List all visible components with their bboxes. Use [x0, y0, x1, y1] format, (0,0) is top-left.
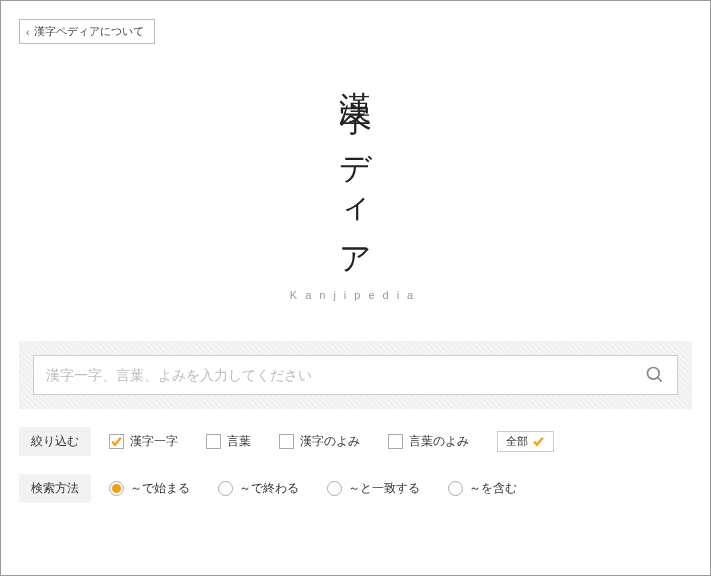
- search-box: [33, 355, 678, 395]
- filter-label: 絞り込む: [19, 427, 91, 456]
- about-label: 漢字ペディアについて: [34, 24, 144, 39]
- method-option-label: ～で終わる: [239, 480, 299, 497]
- method-option-label: ～と一致する: [348, 480, 420, 497]
- filter-all-button[interactable]: 全部: [497, 431, 554, 452]
- search-input[interactable]: [34, 367, 633, 383]
- app-frame: ‹ 漢字ペディアについて 漢字ペディア Kanjipedia 絞り込む 漢字一字: [0, 0, 711, 576]
- svg-line-1: [658, 378, 662, 382]
- filter-word-reading[interactable]: 言葉のよみ: [388, 433, 469, 450]
- method-row: 検索方法 ～で始まる ～で終わる ～と一致する ～を含む: [19, 474, 692, 503]
- about-button[interactable]: ‹ 漢字ペディアについて: [19, 19, 155, 44]
- filter-option-label: 言葉のよみ: [409, 433, 469, 450]
- checkbox-icon: [109, 434, 124, 449]
- filter-option-label: 漢字一字: [130, 433, 178, 450]
- checkbox-icon: [388, 434, 403, 449]
- filter-word[interactable]: 言葉: [206, 433, 251, 450]
- method-label: 検索方法: [19, 474, 91, 503]
- filter-all-label: 全部: [506, 434, 528, 449]
- radio-icon: [327, 481, 342, 496]
- radio-icon: [109, 481, 124, 496]
- method-starts-with[interactable]: ～で始まる: [109, 480, 190, 497]
- search-icon: [645, 365, 665, 385]
- radio-icon: [448, 481, 463, 496]
- method-ends-with[interactable]: ～で終わる: [218, 480, 299, 497]
- filter-kanji-single[interactable]: 漢字一字: [109, 433, 178, 450]
- filter-option-label: 言葉: [227, 433, 251, 450]
- search-button[interactable]: [633, 356, 677, 394]
- logo-subtitle: Kanjipedia: [19, 289, 692, 301]
- logo: 漢字ペディア Kanjipedia: [19, 66, 692, 301]
- filter-kanji-reading[interactable]: 漢字のよみ: [279, 433, 360, 450]
- search-area: [19, 341, 692, 409]
- filter-option-label: 漢字のよみ: [300, 433, 360, 450]
- filter-row: 絞り込む 漢字一字 言葉 漢字のよみ: [19, 427, 692, 456]
- checkbox-icon: [206, 434, 221, 449]
- method-option-label: ～で始まる: [130, 480, 190, 497]
- chevron-left-icon: ‹: [26, 26, 30, 38]
- method-exact[interactable]: ～と一致する: [327, 480, 420, 497]
- method-contains[interactable]: ～を含む: [448, 480, 517, 497]
- method-option-label: ～を含む: [469, 480, 517, 497]
- filter-options: 漢字一字 言葉 漢字のよみ 言葉のよみ 全部: [109, 431, 554, 452]
- checkbox-icon: [279, 434, 294, 449]
- check-icon: [532, 435, 545, 448]
- method-options: ～で始まる ～で終わる ～と一致する ～を含む: [109, 480, 517, 497]
- svg-point-0: [648, 368, 660, 380]
- radio-icon: [218, 481, 233, 496]
- logo-title: 漢字ペディア: [334, 66, 378, 271]
